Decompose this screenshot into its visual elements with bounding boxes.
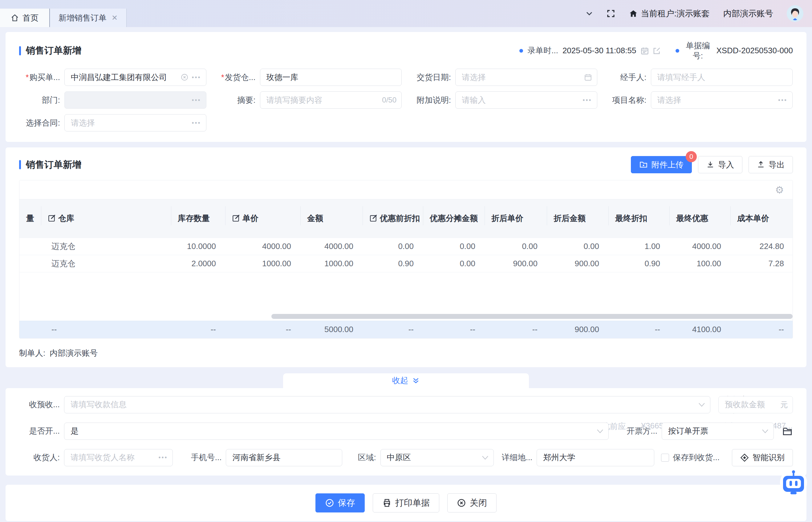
warehouse-input[interactable] [260,68,402,86]
blue-dot-icon [519,49,523,53]
horizontal-scrollbar[interactable] [271,314,793,319]
fullscreen-icon[interactable] [606,9,616,18]
cell: 0.00 [485,238,547,255]
cell: 100.00 [670,255,730,272]
print-button[interactable]: 打印单据 [373,494,439,513]
column-header[interactable]: 折后金额 [547,199,608,238]
address-input[interactable] [537,449,654,466]
calendar-icon[interactable] [584,73,592,81]
close-circle-icon [457,498,466,507]
save-button[interactable]: 保存 [315,494,365,513]
invoice-method-select[interactable] [662,423,774,440]
summary-input[interactable]: 0/50 [260,92,402,109]
cell: 0.00 [363,238,423,255]
summary-cell: 4100.00 [670,321,730,338]
tab-new-sales-order[interactable]: 新增销售订单 ✕ [49,8,127,27]
chevron-down-icon [482,456,488,460]
handler-input[interactable] [651,68,793,86]
table-empty-area [19,272,793,321]
record-time: 录单时... 2025-05-30 11:08:55 [519,45,661,56]
cell: 900.00 [485,255,547,272]
column-header[interactable]: 优惠前折扣 [363,199,423,238]
blue-dot-icon [676,49,679,53]
column-header[interactable]: 成本单价 [730,199,793,238]
field-warehouse: *发货仓... [215,68,402,86]
cell: 900.00 [547,255,608,272]
cell: 1.00 [608,238,670,255]
note-input[interactable]: ••• [455,92,597,109]
summary-cell: -- [171,321,225,338]
attachment-count-badge: 0 [686,151,697,162]
cell: 7.28 [730,255,793,272]
items-table-block: ⚙ 量仓库库存数量单价金额优惠前折扣优惠分摊金额折后单价折后金额最终折扣最终优惠… [19,180,793,339]
cell: 0.90 [608,255,670,272]
more-icon[interactable]: ••• [192,119,201,126]
department-input[interactable]: ••• [64,92,206,109]
advance-amount-input[interactable]: 元 [718,396,793,413]
contract-input[interactable]: ••• [64,114,206,132]
maker-value: 内部演示账号 [50,348,98,359]
ai-assistant-robot-icon[interactable] [779,467,808,497]
close-button[interactable]: 关闭 [447,494,497,513]
more-icon[interactable]: ••• [582,97,592,104]
export-button[interactable]: 导出 [749,156,793,173]
download-icon [706,161,714,169]
column-header[interactable]: 金额 [300,199,363,238]
page-title: 销售订单新增 [26,44,81,57]
region-select[interactable] [381,449,494,466]
order-items-card: 销售订单新增 附件上传 0 导入 导出 ⚙ 量仓库库存数量单价金额优惠 [5,147,807,367]
collapse-button[interactable]: 收起 [283,373,529,388]
more-icon[interactable]: ••• [192,74,201,81]
table-row[interactable]: 迈克仓2.00001000.001000.000.900.00900.00900… [19,255,793,272]
cell: 0.00 [547,238,608,255]
more-icon[interactable]: ••• [158,454,168,461]
tab-close-icon[interactable]: ✕ [112,14,118,22]
advance-receipt-select[interactable] [64,396,710,413]
table-row[interactable]: 迈克仓10.00004000.004000.000.000.000.000.00… [19,238,793,255]
smart-recognition-button[interactable]: 智能识别 [732,449,793,466]
cell: 迈克仓 [41,255,171,272]
calendar-icon[interactable] [640,46,649,55]
summary-cell: 900.00 [547,321,608,338]
cell: 224.80 [730,238,793,255]
column-settings-gear-icon[interactable]: ⚙ [775,184,784,196]
clear-icon[interactable] [180,73,189,81]
field-project: 项目名称: ••• [606,92,793,109]
more-icon[interactable]: ••• [192,97,201,104]
edit-icon[interactable] [652,46,661,55]
column-header[interactable]: 量 [19,199,41,238]
chevron-down-icon[interactable] [586,11,593,16]
cell: 0.90 [363,255,423,272]
column-header[interactable]: 仓库 [41,199,171,238]
advance-receipt-label: 收预收... [19,399,60,410]
printer-icon [382,498,391,507]
column-header[interactable]: 最终折扣 [608,199,670,238]
more-icon[interactable]: ••• [778,97,787,104]
delivery-date-input[interactable] [455,68,597,86]
attachment-upload-button[interactable]: 附件上传 [631,156,692,173]
invoice-flag-select[interactable] [64,423,609,440]
phone-input[interactable] [226,449,342,466]
buyer-input[interactable]: ••• [64,68,206,86]
column-header[interactable]: 最终优惠 [670,199,730,238]
collapse-label: 收起 [392,375,408,386]
current-tenant[interactable]: 当前租户:演示账套 [629,8,710,19]
tab-home[interactable]: 首页 [0,8,49,27]
cell: 迈克仓 [41,238,171,255]
avatar[interactable] [787,5,804,22]
column-header[interactable]: 单价 [225,199,300,238]
project-input[interactable]: ••• [651,92,793,109]
column-header[interactable]: 折后单价 [485,199,547,238]
column-header[interactable]: 优惠分摊金额 [423,199,485,238]
summary-cell [19,321,41,338]
invoice-flag-label: 是否开... [19,426,60,437]
save-to-receiver-checkbox[interactable] [661,454,669,462]
import-button[interactable]: 导入 [698,156,742,173]
unit-suffix: 元 [780,400,788,410]
field-department: 部门: ••• [19,92,206,109]
receiver-input[interactable]: ••• [64,449,173,466]
column-header[interactable]: 库存数量 [171,199,225,238]
home-icon [11,14,19,22]
account-name[interactable]: 内部演示账号 [723,8,773,19]
tab-home-label: 首页 [22,13,39,23]
